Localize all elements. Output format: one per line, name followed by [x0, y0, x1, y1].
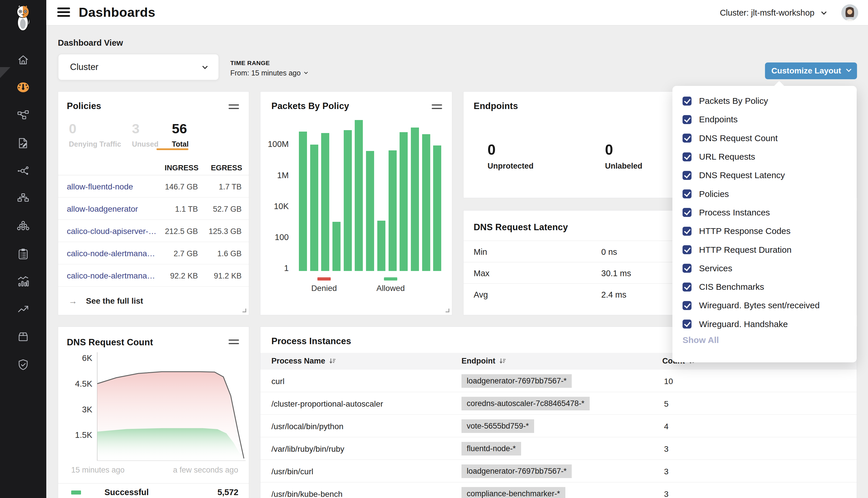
endpoint-chip[interactable]: loadgenerator-7697bb7567-*	[462, 464, 572, 478]
x-label-start: 15 minutes ago	[71, 466, 125, 475]
shield-check-icon[interactable]	[17, 358, 29, 371]
endpoints-cluster-icon[interactable]	[17, 220, 29, 233]
time-range[interactable]: TIME RANGE From: 15 minutes ago	[230, 60, 307, 77]
chevron-down-icon	[846, 66, 851, 72]
policy-editor-icon[interactable]	[17, 137, 29, 149]
menu-item-packets-by-policy[interactable]: Packets By Policy	[672, 92, 857, 110]
menu-item-wireguard-bytes[interactable]: Wireguard. Bytes sent/received	[672, 296, 857, 315]
checkbox-checked-icon[interactable]	[683, 171, 691, 180]
menu-item-dns-request-latency[interactable]: DNS Request Latency	[672, 166, 857, 184]
area-chart	[58, 327, 249, 477]
dashboard-view-select[interactable]: Cluster	[58, 54, 219, 80]
y-tick: 100M	[263, 140, 289, 149]
menu-item-dns-request-count[interactable]: DNS Request Count	[672, 129, 857, 147]
dashboard-view-value: Cluster	[70, 62, 99, 72]
stat-unused[interactable]: 3 Unused	[132, 122, 158, 148]
cluster-selector[interactable]: Cluster: jlt-msft-workshop	[720, 0, 826, 25]
network-policies-icon[interactable]	[17, 109, 29, 121]
endpoint-chip[interactable]: vote-5655bd759-*	[462, 419, 534, 433]
y-tick: 1M	[263, 171, 289, 180]
policy-link[interactable]: calico-cloud-apiserver-…	[67, 227, 157, 236]
resize-handle-icon[interactable]	[445, 309, 449, 312]
dashboard-app: Dashboards Cluster: jlt-msft-workshop Da…	[0, 0, 868, 498]
chevron-down-icon	[202, 64, 207, 69]
legend-swatch-denied[interactable]	[318, 277, 331, 280]
checkbox-checked-icon[interactable]	[683, 134, 691, 143]
menu-item-wireguard-handshake[interactable]: Wireguard. Handshake	[672, 315, 857, 333]
home-icon[interactable]	[17, 53, 29, 66]
checkbox-checked-icon[interactable]	[683, 115, 691, 124]
policy-row: calico-node-alertmana… 2.7 GB 1.6 GB	[58, 242, 249, 264]
legend-label-allowed[interactable]: Allowed	[367, 284, 414, 293]
bar-allowed	[422, 134, 430, 271]
activity-chart-icon[interactable]	[17, 275, 29, 288]
page-title: Dashboards	[79, 5, 155, 20]
compliance-clipboard-icon[interactable]	[17, 248, 29, 260]
policies-card: Policies 0 Denying Traffic 3 Unused 56 T…	[58, 91, 249, 315]
menu-item-services[interactable]: Services	[672, 259, 857, 278]
stat-total[interactable]: 56 Total	[172, 122, 189, 148]
bar-allowed	[411, 128, 419, 271]
endpoint-chip[interactable]: compliance-benchmarker-*	[462, 487, 565, 498]
menu-item-policies[interactable]: Policies	[672, 184, 857, 203]
menu-item-process-instances[interactable]: Process Instances	[672, 203, 857, 222]
endpoint-chip[interactable]: loadgenerator-7697bb7567-*	[462, 374, 572, 388]
bar-chart	[297, 109, 443, 271]
customize-layout-menu: Packets By Policy Endpoints DNS Request …	[672, 86, 857, 362]
legend-swatch-allowed[interactable]	[384, 277, 397, 280]
policy-row: calico-node-alertmana… 92.2 KB 91.2 KB	[58, 264, 249, 287]
see-full-list-link[interactable]: → See the full list	[58, 287, 143, 315]
customize-layout-button[interactable]: Customize Layout	[765, 63, 857, 79]
column-header-process-name[interactable]: Process Name	[271, 357, 336, 366]
policy-link[interactable]: allow-loadgenerator	[67, 205, 138, 214]
endpoint-chip[interactable]: fluentd-node-*	[462, 442, 521, 456]
active-nav-wedge	[0, 67, 10, 78]
packages-box-icon[interactable]	[17, 330, 29, 343]
policy-link[interactable]: calico-node-alertmana…	[67, 249, 155, 258]
checkbox-checked-icon[interactable]	[683, 153, 691, 161]
policy-row: calico-cloud-apiserver-… 212.5 GB 125.3 …	[58, 220, 249, 242]
menu-item-url-requests[interactable]: URL Requests	[672, 147, 857, 166]
checkbox-checked-icon[interactable]	[683, 96, 691, 106]
menu-item-cis-benchmarks[interactable]: CIS Benchmarks	[672, 278, 857, 296]
service-graph-icon[interactable]	[17, 165, 29, 177]
avatar[interactable]	[841, 4, 858, 21]
dashboard-view-label: Dashboard View	[58, 38, 123, 48]
trending-up-icon[interactable]	[17, 303, 29, 315]
menu-item-http-response-codes[interactable]: HTTP Response Codes	[672, 222, 857, 240]
policy-row: allow-fluentd-node 146.7 GB 1.7 TB	[58, 175, 249, 197]
process-row: /usr/local/bin/python vote-5655bd759-* 4	[260, 415, 857, 437]
stat-denying-traffic[interactable]: 0 Denying Traffic	[69, 122, 121, 148]
bar-allowed	[355, 120, 363, 271]
policy-link[interactable]: calico-node-alertmana…	[67, 271, 155, 280]
menu-item-endpoints[interactable]: Endpoints	[672, 110, 857, 129]
policy-link[interactable]: allow-fluentd-node	[67, 182, 133, 192]
checkbox-checked-icon[interactable]	[683, 208, 691, 217]
column-header-endpoint[interactable]: Endpoint	[462, 357, 506, 366]
y-tick: 100	[263, 233, 289, 242]
checkbox-checked-icon[interactable]	[683, 189, 691, 198]
policy-row: allow-loadgenerator 1.1 TB 52.7 GB	[58, 197, 249, 220]
drag-handle-icon[interactable]	[229, 104, 239, 112]
card-title: DNS Request Latency	[474, 222, 568, 233]
hamburger-menu-icon[interactable]	[57, 8, 70, 19]
checkbox-checked-icon[interactable]	[683, 264, 691, 273]
dashboards-gauge-icon[interactable]	[17, 81, 29, 94]
process-row: /var/lib/ruby/bin/ruby fluentd-node-* 3	[260, 437, 857, 460]
resize-handle-icon[interactable]	[243, 309, 246, 312]
show-all-link[interactable]: Show All	[683, 335, 719, 345]
endpoint-chip[interactable]: coredns-autoscaler-7c88465478-*	[462, 397, 590, 410]
legend-swatch-successful	[71, 490, 81, 495]
checkbox-checked-icon[interactable]	[683, 301, 691, 310]
checkbox-checked-icon[interactable]	[683, 227, 691, 236]
sort-icon	[499, 357, 506, 365]
arrow-right-icon: →	[68, 296, 77, 306]
legend-label-denied[interactable]: Denied	[301, 284, 347, 293]
menu-item-http-request-duration[interactable]: HTTP Request Duration	[672, 240, 857, 259]
process-row: /cluster-proportional-autoscaler coredns…	[260, 392, 857, 415]
flow-visualization-icon[interactable]	[17, 192, 29, 205]
checkbox-checked-icon[interactable]	[683, 283, 691, 291]
checkbox-checked-icon[interactable]	[683, 245, 691, 254]
checkbox-checked-icon[interactable]	[683, 319, 691, 329]
calico-cat-logo	[13, 3, 33, 32]
